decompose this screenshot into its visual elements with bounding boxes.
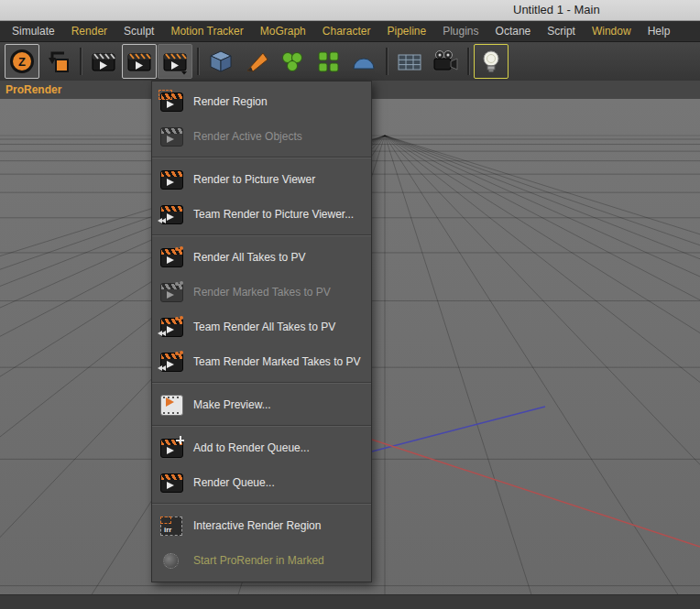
toolbar: Z bbox=[0, 42, 700, 82]
menu-item-label: Render to Picture Viewer bbox=[193, 173, 315, 186]
svg-text:Z: Z bbox=[18, 55, 26, 69]
render-dropdown-menu: Render Region Render Active Objects Rend… bbox=[151, 81, 372, 582]
start-prorender-icon bbox=[159, 549, 184, 572]
render-menu-icon bbox=[161, 48, 189, 75]
camera-icon bbox=[432, 48, 459, 75]
menu-motion-tracker[interactable]: Motion Tracker bbox=[162, 25, 251, 38]
menu-mograph[interactable]: MoGraph bbox=[252, 25, 314, 38]
menu-item-label: Render All Takes to PV bbox=[193, 251, 306, 264]
menu-pipeline[interactable]: Pipeline bbox=[378, 25, 434, 38]
menu-render[interactable]: Render bbox=[63, 25, 115, 38]
render-to-picture-viewer-icon bbox=[126, 48, 153, 75]
render-queue-icon bbox=[159, 471, 184, 495]
menu-item-label: Render Active Objects bbox=[193, 130, 302, 143]
team-render-all-takes-icon bbox=[159, 315, 184, 339]
render-region-icon bbox=[159, 90, 184, 114]
octane-z-icon: Z bbox=[8, 48, 36, 75]
edit-render-settings-icon bbox=[207, 48, 235, 75]
menu-item-render-active-objects: Render Active Objects bbox=[152, 119, 371, 154]
menu-separator bbox=[152, 503, 371, 505]
toolbar-separator bbox=[386, 48, 388, 75]
menu-item-label: Start ProRender in Marked bbox=[193, 554, 324, 567]
menu-sculpt[interactable]: Sculpt bbox=[115, 25, 162, 38]
menu-item-label: Make Preview... bbox=[193, 398, 271, 411]
menu-help[interactable]: Help bbox=[640, 25, 679, 38]
toolbar-render-picture-viewer-button[interactable] bbox=[122, 44, 157, 79]
menu-item-label: Add to Render Queue... bbox=[193, 441, 310, 454]
team-render-marked-takes-icon bbox=[159, 350, 184, 374]
toolbar-plane-button[interactable] bbox=[392, 44, 427, 79]
toolbar-mograph-button[interactable] bbox=[311, 44, 345, 79]
menu-item-render-marked-takes: Render Marked Takes to PV bbox=[152, 275, 371, 310]
menu-item-render-all-takes[interactable]: Render All Takes to PV bbox=[152, 240, 371, 275]
menu-plugins[interactable]: Plugins bbox=[434, 25, 487, 38]
render-marked-takes-icon bbox=[159, 280, 184, 304]
blue-dome-icon bbox=[350, 48, 377, 75]
render-view-icon bbox=[90, 48, 117, 75]
menu-window[interactable]: Window bbox=[584, 25, 640, 38]
menu-separator bbox=[152, 234, 371, 236]
menu-simulate[interactable]: Simulate bbox=[4, 25, 63, 38]
menu-separator bbox=[152, 382, 371, 384]
add-to-render-queue-icon bbox=[159, 436, 184, 460]
menu-item-label: Team Render to Picture Viewer... bbox=[193, 208, 354, 221]
menu-item-team-render-all-takes[interactable]: Team Render All Takes to PV bbox=[152, 310, 371, 344]
menu-bar: Simulate Render Sculpt Motion Tracker Mo… bbox=[0, 21, 700, 42]
menu-character[interactable]: Character bbox=[314, 25, 379, 38]
menu-item-label: Interactive Render Region bbox=[193, 519, 321, 532]
toolbar-render-settings-button[interactable] bbox=[203, 44, 238, 79]
menu-separator bbox=[152, 425, 371, 427]
toolbar-light-button[interactable] bbox=[474, 44, 509, 79]
toolbar-octane-button[interactable]: Z bbox=[5, 44, 39, 79]
toolbar-render-menu-button[interactable] bbox=[158, 44, 192, 79]
menu-item-add-to-render-queue[interactable]: Add to Render Queue... bbox=[152, 430, 371, 465]
team-render-to-picture-viewer-icon bbox=[159, 202, 184, 226]
spline-pen-icon bbox=[243, 48, 270, 75]
menu-item-render-to-picture-viewer[interactable]: Render to Picture Viewer bbox=[152, 162, 371, 197]
menu-item-start-prorender: Start ProRender in Marked bbox=[152, 543, 371, 578]
menu-item-label: Render Region bbox=[193, 95, 268, 108]
render-active-objects-icon bbox=[159, 125, 184, 148]
menu-item-team-render-marked-takes[interactable]: Team Render Marked Takes to PV bbox=[152, 344, 371, 379]
menu-separator bbox=[152, 157, 371, 158]
render-all-takes-icon bbox=[159, 245, 184, 269]
menu-octane[interactable]: Octane bbox=[487, 25, 540, 38]
toolbar-render-view-button[interactable] bbox=[86, 44, 121, 79]
menu-item-label: Render Queue... bbox=[193, 476, 275, 489]
menu-script[interactable]: Script bbox=[539, 25, 584, 38]
toolbar-separator bbox=[467, 48, 470, 75]
menu-item-render-region[interactable]: Render Region bbox=[152, 84, 371, 119]
toolbar-separator bbox=[197, 48, 200, 75]
make-preview-icon bbox=[159, 393, 184, 417]
window-bottom-edge bbox=[0, 594, 700, 609]
menu-item-make-preview[interactable]: Make Preview... bbox=[152, 387, 371, 422]
light-icon bbox=[477, 48, 505, 75]
set-default-cube-icon bbox=[44, 48, 71, 75]
mograph-array-icon bbox=[314, 48, 342, 75]
prorender-menu-label[interactable]: ProRender bbox=[0, 83, 61, 96]
render-to-picture-viewer-icon bbox=[159, 168, 184, 191]
interactive-render-region-icon: irr bbox=[159, 514, 184, 538]
menu-item-interactive-render-region[interactable]: irr Interactive Render Region bbox=[152, 508, 371, 543]
menu-item-team-render-to-picture-viewer[interactable]: Team Render to Picture Viewer... bbox=[152, 197, 371, 232]
toolbar-camera-button[interactable] bbox=[428, 44, 463, 79]
window-title: Untitled 1 - Main bbox=[513, 3, 600, 16]
plane-grid-icon bbox=[396, 48, 423, 75]
green-objects-icon bbox=[279, 48, 306, 75]
menu-item-render-queue[interactable]: Render Queue... bbox=[152, 465, 371, 500]
menu-item-label: Team Render All Takes to PV bbox=[193, 321, 335, 333]
title-bar[interactable]: Untitled 1 - Main bbox=[0, 0, 700, 21]
toolbar-set-default-button[interactable] bbox=[40, 44, 75, 79]
toolbar-objects-button[interactable] bbox=[275, 44, 310, 79]
menu-item-label: Team Render Marked Takes to PV bbox=[193, 355, 361, 368]
toolbar-separator bbox=[80, 48, 82, 75]
toolbar-dome-button[interactable] bbox=[346, 44, 381, 79]
menu-item-label: Render Marked Takes to PV bbox=[193, 286, 331, 299]
toolbar-spline-pen-button[interactable] bbox=[239, 44, 274, 79]
